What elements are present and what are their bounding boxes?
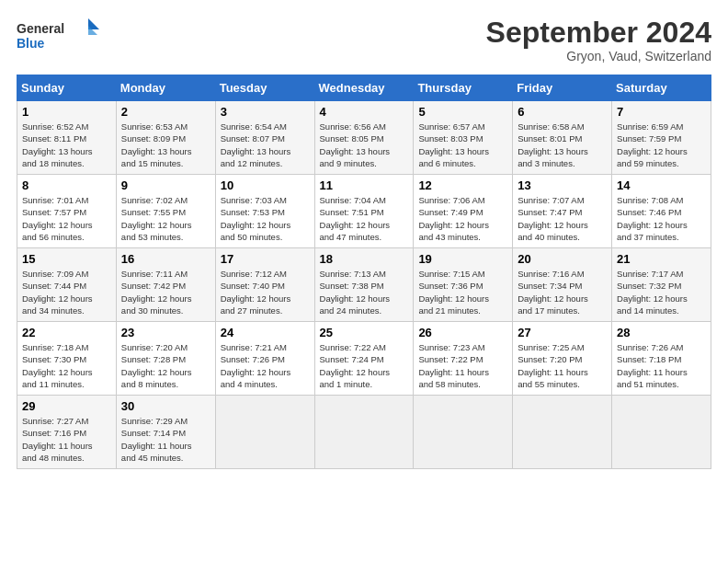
calendar-cell: 29Sunrise: 7:27 AM Sunset: 7:16 PM Dayli…	[17, 396, 117, 469]
calendar-week-4: 22Sunrise: 7:18 AM Sunset: 7:30 PM Dayli…	[17, 322, 711, 396]
calendar-cell: 2Sunrise: 6:53 AM Sunset: 8:09 PM Daylig…	[116, 101, 215, 175]
day-number: 2	[121, 105, 210, 119]
calendar-cell: 19Sunrise: 7:15 AM Sunset: 7:36 PM Dayli…	[414, 248, 513, 322]
day-info: Sunrise: 7:11 AM Sunset: 7:42 PM Dayligh…	[121, 268, 210, 316]
location-subtitle: Gryon, Vaud, Switzerland	[486, 49, 711, 63]
header-cell-sunday: Sunday	[17, 75, 117, 101]
calendar-cell: 22Sunrise: 7:18 AM Sunset: 7:30 PM Dayli…	[17, 322, 117, 396]
day-info: Sunrise: 7:16 AM Sunset: 7:34 PM Dayligh…	[518, 268, 607, 316]
logo: General Blue	[17, 17, 99, 53]
calendar-week-5: 29Sunrise: 7:27 AM Sunset: 7:16 PM Dayli…	[17, 396, 711, 469]
day-number: 5	[418, 105, 507, 119]
day-info: Sunrise: 7:27 AM Sunset: 7:16 PM Dayligh…	[22, 415, 111, 464]
day-info: Sunrise: 7:01 AM Sunset: 7:57 PM Dayligh…	[22, 194, 111, 243]
day-number: 17	[221, 252, 310, 266]
day-number: 12	[418, 178, 507, 192]
day-info: Sunrise: 7:26 AM Sunset: 7:18 PM Dayligh…	[617, 341, 706, 390]
calendar-cell: 9Sunrise: 7:02 AM Sunset: 7:55 PM Daylig…	[116, 175, 215, 248]
day-number: 11	[320, 178, 409, 192]
month-title: September 2024	[486, 17, 711, 49]
calendar-cell	[513, 396, 612, 469]
day-number: 15	[22, 252, 111, 266]
day-info: Sunrise: 7:29 AM Sunset: 7:14 PM Dayligh…	[121, 415, 210, 464]
calendar-cell: 18Sunrise: 7:13 AM Sunset: 7:38 PM Dayli…	[314, 248, 414, 322]
day-info: Sunrise: 7:13 AM Sunset: 7:38 PM Dayligh…	[320, 268, 409, 316]
calendar-cell	[414, 396, 513, 469]
day-number: 20	[518, 252, 607, 266]
day-number: 23	[121, 326, 210, 339]
day-number: 30	[121, 399, 210, 413]
calendar-cell: 7Sunrise: 6:59 AM Sunset: 7:59 PM Daylig…	[612, 101, 711, 175]
day-number: 24	[221, 326, 310, 339]
day-number: 7	[617, 105, 706, 119]
day-info: Sunrise: 6:56 AM Sunset: 8:05 PM Dayligh…	[320, 121, 409, 169]
day-number: 16	[121, 252, 210, 266]
page-container: General Blue September 2024 Gryon, Vaud,…	[0, 0, 728, 478]
day-info: Sunrise: 6:58 AM Sunset: 8:01 PM Dayligh…	[518, 121, 607, 169]
calendar-table: SundayMondayTuesdayWednesdayThursdayFrid…	[17, 75, 711, 469]
logo-svg: General Blue	[17, 17, 99, 53]
day-info: Sunrise: 7:25 AM Sunset: 7:20 PM Dayligh…	[518, 341, 607, 390]
header-cell-saturday: Saturday	[612, 75, 711, 101]
calendar-week-1: 1Sunrise: 6:52 AM Sunset: 8:11 PM Daylig…	[17, 101, 711, 175]
day-info: Sunrise: 7:21 AM Sunset: 7:26 PM Dayligh…	[221, 341, 310, 390]
day-number: 10	[221, 178, 310, 192]
calendar-week-3: 15Sunrise: 7:09 AM Sunset: 7:44 PM Dayli…	[17, 248, 711, 322]
calendar-cell: 13Sunrise: 7:07 AM Sunset: 7:47 PM Dayli…	[513, 175, 612, 248]
calendar-cell: 23Sunrise: 7:20 AM Sunset: 7:28 PM Dayli…	[116, 322, 215, 396]
calendar-cell: 12Sunrise: 7:06 AM Sunset: 7:49 PM Dayli…	[414, 175, 513, 248]
day-number: 6	[518, 105, 607, 119]
day-info: Sunrise: 7:20 AM Sunset: 7:28 PM Dayligh…	[121, 341, 210, 390]
day-number: 1	[22, 105, 111, 119]
header-cell-friday: Friday	[513, 75, 612, 101]
day-number: 8	[22, 178, 111, 192]
calendar-cell: 26Sunrise: 7:23 AM Sunset: 7:22 PM Dayli…	[414, 322, 513, 396]
header-cell-thursday: Thursday	[414, 75, 513, 101]
day-info: Sunrise: 7:12 AM Sunset: 7:40 PM Dayligh…	[221, 268, 310, 316]
calendar-cell: 5Sunrise: 6:57 AM Sunset: 8:03 PM Daylig…	[414, 101, 513, 175]
header: General Blue September 2024 Gryon, Vaud,…	[17, 17, 711, 63]
calendar-cell: 15Sunrise: 7:09 AM Sunset: 7:44 PM Dayli…	[17, 248, 117, 322]
day-info: Sunrise: 6:59 AM Sunset: 7:59 PM Dayligh…	[617, 121, 706, 169]
day-info: Sunrise: 7:06 AM Sunset: 7:49 PM Dayligh…	[418, 194, 507, 243]
day-info: Sunrise: 7:02 AM Sunset: 7:55 PM Dayligh…	[121, 194, 210, 243]
day-number: 29	[22, 399, 111, 413]
day-number: 18	[320, 252, 409, 266]
calendar-header-row: SundayMondayTuesdayWednesdayThursdayFrid…	[17, 75, 711, 101]
day-number: 22	[22, 326, 111, 339]
calendar-week-2: 8Sunrise: 7:01 AM Sunset: 7:57 PM Daylig…	[17, 175, 711, 248]
calendar-cell: 20Sunrise: 7:16 AM Sunset: 7:34 PM Dayli…	[513, 248, 612, 322]
header-cell-tuesday: Tuesday	[215, 75, 314, 101]
svg-text:General: General	[17, 21, 64, 36]
day-number: 27	[518, 326, 607, 339]
calendar-cell: 10Sunrise: 7:03 AM Sunset: 7:53 PM Dayli…	[215, 175, 314, 248]
calendar-cell: 28Sunrise: 7:26 AM Sunset: 7:18 PM Dayli…	[612, 322, 711, 396]
day-number: 28	[617, 326, 706, 339]
day-info: Sunrise: 7:08 AM Sunset: 7:46 PM Dayligh…	[617, 194, 706, 243]
day-info: Sunrise: 6:54 AM Sunset: 8:07 PM Dayligh…	[221, 121, 310, 169]
day-number: 13	[518, 178, 607, 192]
calendar-cell: 17Sunrise: 7:12 AM Sunset: 7:40 PM Dayli…	[215, 248, 314, 322]
day-info: Sunrise: 7:15 AM Sunset: 7:36 PM Dayligh…	[418, 268, 507, 316]
calendar-cell: 25Sunrise: 7:22 AM Sunset: 7:24 PM Dayli…	[314, 322, 414, 396]
day-info: Sunrise: 7:07 AM Sunset: 7:47 PM Dayligh…	[518, 194, 607, 243]
calendar-cell: 4Sunrise: 6:56 AM Sunset: 8:05 PM Daylig…	[314, 101, 414, 175]
calendar-cell: 3Sunrise: 6:54 AM Sunset: 8:07 PM Daylig…	[215, 101, 314, 175]
header-cell-monday: Monday	[116, 75, 215, 101]
day-number: 21	[617, 252, 706, 266]
calendar-cell: 16Sunrise: 7:11 AM Sunset: 7:42 PM Dayli…	[116, 248, 215, 322]
day-number: 19	[418, 252, 507, 266]
calendar-cell: 24Sunrise: 7:21 AM Sunset: 7:26 PM Dayli…	[215, 322, 314, 396]
title-area: September 2024 Gryon, Vaud, Switzerland	[486, 17, 711, 63]
day-info: Sunrise: 6:52 AM Sunset: 8:11 PM Dayligh…	[22, 121, 111, 169]
header-cell-wednesday: Wednesday	[314, 75, 414, 101]
day-number: 9	[121, 178, 210, 192]
day-info: Sunrise: 6:57 AM Sunset: 8:03 PM Dayligh…	[418, 121, 507, 169]
calendar-cell: 21Sunrise: 7:17 AM Sunset: 7:32 PM Dayli…	[612, 248, 711, 322]
day-info: Sunrise: 7:09 AM Sunset: 7:44 PM Dayligh…	[22, 268, 111, 316]
svg-text:Blue: Blue	[17, 36, 45, 51]
day-info: Sunrise: 7:17 AM Sunset: 7:32 PM Dayligh…	[617, 268, 706, 316]
day-number: 26	[418, 326, 507, 339]
day-number: 3	[221, 105, 310, 119]
day-info: Sunrise: 6:53 AM Sunset: 8:09 PM Dayligh…	[121, 121, 210, 169]
